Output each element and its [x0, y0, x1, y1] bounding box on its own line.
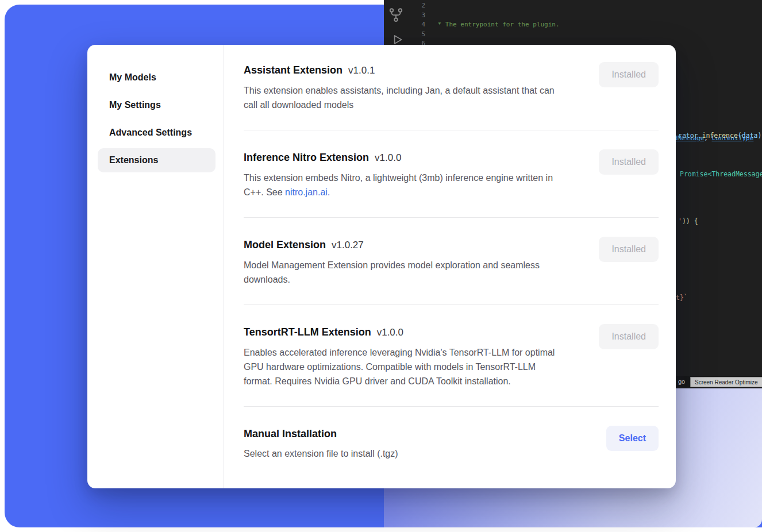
installed-button[interactable]: Installed: [599, 324, 659, 349]
editor-gutter: 2 3 4 5 6: [410, 1, 425, 49]
extension-version: v1.0.0: [377, 327, 403, 338]
extension-description: This extension embeds Nitro, a lightweig…: [244, 171, 563, 199]
divider: [244, 130, 659, 130]
line-number: 5: [410, 30, 425, 40]
installed-button[interactable]: Installed: [599, 149, 659, 175]
status-bar-text: go: [678, 378, 685, 385]
extension-info: TensortRT-LLM Extensionv1.0.0 Enables ac…: [244, 324, 563, 388]
line-number: 2: [410, 1, 425, 11]
frag-token: ': [678, 217, 682, 225]
divider: [244, 406, 659, 407]
frag-token: inference: [702, 132, 738, 140]
extension-version: v1.0.0: [375, 152, 401, 163]
line-number: 4: [410, 20, 425, 30]
code-fragment: Promise<ThreadMessage>: [680, 170, 762, 178]
extension-info: Manual Installation Select an extension …: [244, 426, 398, 461]
extension-title: Assistant Extensionv1.0.1: [244, 62, 563, 79]
extension-name: Manual Installation: [244, 428, 337, 440]
divider: [244, 217, 659, 218]
code-fragment: ')) {: [678, 217, 698, 225]
extension-row: Model Extensionv1.0.27 Model Management …: [244, 237, 659, 287]
manual-installation-row: Manual Installation Select an extension …: [244, 426, 659, 461]
extension-name: Inference Nitro Extension: [244, 152, 369, 163]
extensions-list: Assistant Extensionv1.0.1 This extension…: [224, 45, 676, 488]
frag-token: )) {: [682, 217, 698, 225]
sidebar-item-my-models[interactable]: My Models: [98, 65, 215, 90]
divider: [244, 304, 659, 305]
settings-sidebar: My Models My Settings Advanced Settings …: [87, 45, 224, 488]
extension-info: Inference Nitro Extensionv1.0.0 This ext…: [244, 149, 563, 199]
extension-description: Model Management Extension provides mode…: [244, 258, 563, 287]
code-fragment: t}`: [676, 294, 688, 302]
extension-title: Model Extensionv1.0.27: [244, 237, 563, 253]
sidebar-item-my-settings[interactable]: My Settings: [98, 93, 215, 117]
extension-name: Model Extension: [244, 239, 326, 250]
extension-row: Assistant Extensionv1.0.1 This extension…: [244, 62, 659, 112]
extension-version: v1.0.27: [332, 240, 364, 250]
extension-description: This extension enables assistants, inclu…: [244, 83, 563, 112]
sidebar-item-advanced-settings[interactable]: Advanced Settings: [98, 121, 215, 145]
sidebar-item-extensions[interactable]: Extensions: [98, 148, 215, 172]
extension-title: Manual Installation: [244, 426, 398, 442]
source-control-icon: [387, 6, 405, 24]
installed-button[interactable]: Installed: [599, 237, 659, 262]
page: 2 3 4 5 6 * The entrypoint for the plugi…: [0, 0, 762, 532]
extension-name: TensortRT-LLM Extension: [244, 326, 371, 338]
extension-description: Enables accelerated inference leveraging…: [244, 345, 563, 388]
extension-row: TensortRT-LLM Extensionv1.0.0 Enables ac…: [244, 324, 659, 388]
select-button[interactable]: Select: [606, 426, 659, 451]
frag-token: (data));: [738, 132, 762, 140]
extension-description: Select an extension file to install (.tg…: [244, 446, 398, 461]
extension-title: TensortRT-LLM Extensionv1.0.0: [244, 324, 563, 341]
code-fragment: rator.inference(data));: [678, 132, 762, 140]
extension-row: Inference Nitro Extensionv1.0.0 This ext…: [244, 149, 659, 199]
extension-version: v1.0.1: [348, 65, 375, 76]
screen-reader-chip: Screen Reader Optimize: [690, 377, 762, 387]
extension-info: Assistant Extensionv1.0.1 This extension…: [244, 62, 563, 112]
extension-title: Inference Nitro Extensionv1.0.0: [244, 149, 563, 166]
nitro-link[interactable]: nitro.jan.ai.: [285, 187, 330, 197]
extension-info: Model Extensionv1.0.27 Model Management …: [244, 237, 563, 287]
code-line: * The entrypoint for the plugin.: [434, 20, 753, 30]
line-number: 3: [410, 11, 425, 21]
installed-button[interactable]: Installed: [599, 62, 659, 87]
extension-name: Assistant Extension: [244, 64, 342, 76]
settings-card: My Models My Settings Advanced Settings …: [87, 45, 676, 488]
frag-token: rator.: [678, 132, 702, 140]
